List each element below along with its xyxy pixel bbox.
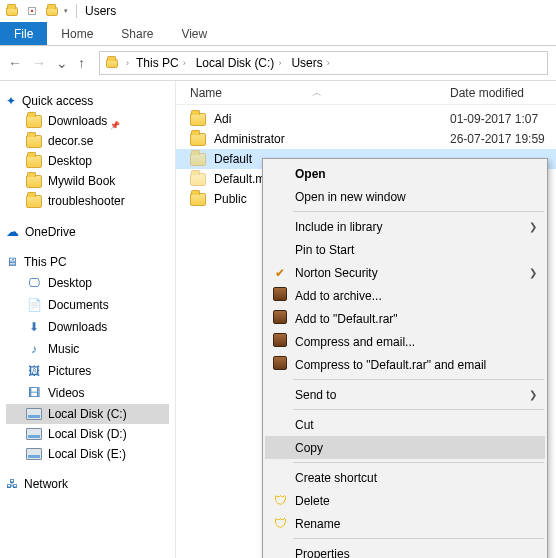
address-part-users[interactable]: Users›	[288, 54, 332, 72]
tab-file[interactable]: File	[0, 22, 47, 45]
address-bar[interactable]: › This PC› Local Disk (C:)› Users›	[99, 51, 548, 75]
nav-arrows: ← → ⌄ ↑	[8, 55, 85, 71]
sidebar-pc-pictures[interactable]: 🖼Pictures	[6, 360, 169, 382]
ctx-open[interactable]: Open	[265, 162, 545, 185]
sidebar-item-mywild[interactable]: Mywild Book	[6, 171, 169, 191]
address-part-thispc[interactable]: This PC›	[133, 54, 189, 72]
ctx-send-to[interactable]: Send to❯	[265, 383, 545, 406]
tab-share[interactable]: Share	[107, 22, 167, 45]
ctx-copy[interactable]: Copy	[265, 436, 545, 459]
ctx-properties[interactable]: Properties	[265, 542, 545, 558]
chevron-right-icon: ❯	[529, 221, 537, 232]
music-icon: ♪	[26, 341, 42, 357]
sidebar-item-troubleshooter[interactable]: troubleshooter	[6, 191, 169, 211]
chevron-right-icon: ❯	[529, 389, 537, 400]
sidebar-pc-disk-c[interactable]: Local Disk (C:)	[6, 404, 169, 424]
nav-up-icon[interactable]: ↑	[78, 55, 85, 71]
shield-icon: 🛡	[271, 493, 289, 508]
separator	[293, 462, 544, 463]
documents-icon: 📄	[26, 297, 42, 313]
sidebar-pc-videos[interactable]: 🎞Videos	[6, 382, 169, 404]
archive-icon	[271, 310, 289, 327]
address-part-drive[interactable]: Local Disk (C:)›	[193, 54, 285, 72]
folder-small-icon	[4, 3, 20, 19]
shield-icon: 🛡	[271, 516, 289, 531]
sidebar-pc-disk-d[interactable]: Local Disk (D:)	[6, 424, 169, 444]
ctx-add-default-rar[interactable]: Add to "Default.rar"	[265, 307, 545, 330]
tab-home[interactable]: Home	[47, 22, 107, 45]
network-icon: 🖧	[6, 477, 18, 491]
videos-icon: 🎞	[26, 385, 42, 401]
sidebar-item-desktop[interactable]: Desktop	[6, 151, 169, 171]
desktop-icon: 🖵	[26, 275, 42, 291]
separator	[293, 409, 544, 410]
context-menu: Open Open in new window Include in libra…	[262, 158, 548, 558]
chevron-right-icon[interactable]: ›	[126, 58, 129, 68]
nav-pane: ✦Quick access Downloads📌 decor.se Deskto…	[0, 81, 175, 558]
cloud-icon: ☁	[6, 224, 19, 239]
sidebar-pc-disk-e[interactable]: Local Disk (E:)	[6, 444, 169, 464]
pin-icon: 📌	[110, 121, 120, 130]
separator	[293, 211, 544, 212]
column-name[interactable]: Name︿	[190, 86, 450, 100]
ctx-rename[interactable]: 🛡Rename	[265, 512, 545, 535]
network-group[interactable]: 🖧Network	[6, 474, 169, 494]
ctx-create-shortcut[interactable]: Create shortcut	[265, 466, 545, 489]
sidebar-pc-music[interactable]: ♪Music	[6, 338, 169, 360]
address-folder-icon	[104, 55, 120, 71]
column-headers: Name︿ Date modified	[176, 81, 556, 105]
qat-properties-icon[interactable]	[24, 3, 40, 19]
ctx-norton[interactable]: ✔Norton Security❯	[265, 261, 545, 284]
separator	[293, 538, 544, 539]
pictures-icon: 🖼	[26, 363, 42, 379]
norton-icon: ✔	[271, 266, 289, 280]
chevron-right-icon: ❯	[529, 267, 537, 278]
onedrive-group[interactable]: ☁OneDrive	[6, 221, 169, 242]
ctx-delete[interactable]: 🛡Delete	[265, 489, 545, 512]
ctx-open-new-window[interactable]: Open in new window	[265, 185, 545, 208]
nav-forward-icon[interactable]: →	[32, 55, 46, 71]
titlebar: ▾ Users	[0, 0, 556, 22]
folder-icon	[190, 153, 206, 166]
star-icon: ✦	[6, 94, 16, 108]
archive-icon	[271, 333, 289, 350]
ctx-pin-start[interactable]: Pin to Start	[265, 238, 545, 261]
ctx-cut[interactable]: Cut	[265, 413, 545, 436]
column-date[interactable]: Date modified	[450, 86, 556, 100]
sort-indicator-icon: ︿	[312, 86, 322, 100]
disk-icon	[26, 448, 42, 460]
nav-row: ← → ⌄ ↑ › This PC› Local Disk (C:)› User…	[0, 46, 556, 80]
disk-icon	[26, 408, 42, 420]
sidebar-pc-desktop[interactable]: 🖵Desktop	[6, 272, 169, 294]
folder-icon	[190, 133, 206, 146]
table-row[interactable]: Adi 01-09-2017 1:07	[176, 109, 556, 129]
folder-icon	[190, 173, 206, 186]
ribbon-tabs: File Home Share View	[0, 22, 556, 46]
separator	[293, 379, 544, 380]
nav-back-icon[interactable]: ←	[8, 55, 22, 71]
nav-recent-icon[interactable]: ⌄	[56, 55, 68, 71]
ctx-compress-email[interactable]: Compress and email...	[265, 330, 545, 353]
window-title: Users	[85, 4, 116, 18]
divider	[76, 4, 77, 18]
sidebar-pc-documents[interactable]: 📄Documents	[6, 294, 169, 316]
sidebar-item-decor[interactable]: decor.se	[6, 131, 169, 151]
folder-icon	[190, 113, 206, 126]
table-row[interactable]: Administrator 26-07-2017 19:59	[176, 129, 556, 149]
tab-view[interactable]: View	[167, 22, 221, 45]
disk-icon	[26, 428, 42, 440]
qat-customize-icon[interactable]: ▾	[64, 7, 68, 15]
archive-icon	[271, 356, 289, 373]
sidebar-item-downloads[interactable]: Downloads📌	[6, 111, 169, 131]
pc-icon: 🖥	[6, 255, 18, 269]
ctx-compress-default-email[interactable]: Compress to "Default.rar" and email	[265, 353, 545, 376]
ctx-include-library[interactable]: Include in library❯	[265, 215, 545, 238]
qat-newfolder-icon[interactable]	[44, 3, 60, 19]
archive-icon	[271, 287, 289, 304]
quick-access-group[interactable]: ✦Quick access	[6, 91, 169, 111]
ctx-add-archive[interactable]: Add to archive...	[265, 284, 545, 307]
thispc-group[interactable]: 🖥This PC	[6, 252, 169, 272]
sidebar-pc-downloads[interactable]: ⬇Downloads	[6, 316, 169, 338]
downloads-icon: ⬇	[26, 319, 42, 335]
folder-icon	[190, 193, 206, 206]
